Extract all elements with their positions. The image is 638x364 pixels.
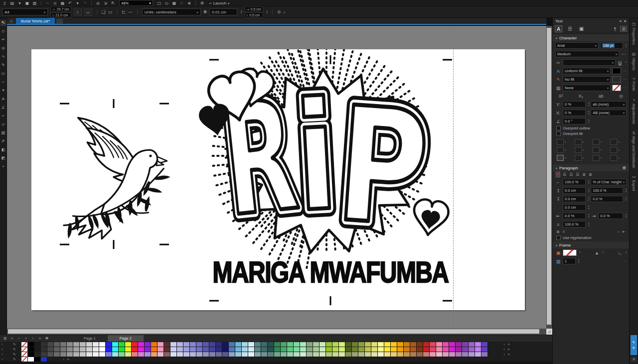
color-swatch[interactable]	[255, 342, 261, 347]
color-swatch[interactable]	[222, 352, 229, 357]
numbered-list-button[interactable]: ≡	[563, 230, 565, 234]
overprint-outline-checkbox[interactable]: Overprint outline	[553, 125, 629, 131]
no-color-swatch[interactable]	[21, 352, 28, 357]
polygon-tool[interactable]: ✶	[0, 88, 6, 94]
color-swatch[interactable]	[190, 352, 196, 357]
fullscreen-icon[interactable]: ▢	[156, 0, 162, 6]
y-shift-field[interactable]: 0 %	[563, 101, 586, 108]
color-swatch[interactable]	[469, 352, 475, 357]
paragraph-settings-gear-icon[interactable]: ⚙	[623, 166, 626, 170]
page-height-field[interactable]: ▯21.0 cm	[50, 12, 71, 18]
fill-options-icon[interactable]: ⋯	[623, 69, 627, 73]
color-swatch[interactable]	[300, 352, 307, 357]
docker-close-icon[interactable]: ✕	[624, 19, 627, 23]
color-swatch[interactable]	[475, 342, 481, 347]
color-swatch[interactable]	[475, 352, 481, 357]
page-settings-icon[interactable]: ≣	[3, 336, 7, 341]
spacing-unit-select[interactable]: % of Char. height ▾	[591, 179, 627, 185]
color-swatch[interactable]	[47, 342, 54, 347]
position-style-select[interactable]: AB (none) ▾	[591, 110, 627, 116]
color-swatch[interactable]	[332, 342, 339, 347]
color-swatch[interactable]	[28, 342, 34, 347]
color-swatch[interactable]	[41, 342, 47, 347]
color-swatch[interactable]	[274, 352, 281, 357]
color-swatch[interactable]	[417, 342, 423, 347]
hyphenation-checkbox[interactable]: Use Hyphenation	[553, 235, 629, 241]
color-swatch[interactable]	[449, 352, 456, 357]
color-swatch[interactable]	[28, 352, 34, 357]
side-tab-fonts[interactable]: FFonts	[632, 78, 636, 91]
char-spacing-stepper[interactable]: ▴▾	[626, 188, 627, 193]
page-size-select[interactable]: A4 ▾	[2, 8, 48, 15]
color-swatch[interactable]	[125, 347, 132, 352]
color-swatch[interactable]	[345, 352, 352, 357]
fillet-chamfer-button[interactable]: ⌐	[283, 9, 286, 14]
underline-button[interactable]: U	[617, 60, 623, 65]
color-swatch[interactable]	[183, 352, 190, 357]
superscript-icon[interactable]: X²	[558, 94, 564, 99]
color-swatch[interactable]	[73, 342, 80, 347]
character-tab[interactable]: A	[555, 25, 562, 32]
color-swatch[interactable]	[319, 342, 326, 347]
color-swatch[interactable]	[216, 342, 222, 347]
frame-baseline-dropdown[interactable]: ▾	[626, 251, 627, 254]
columns-stepper[interactable]: ▴▾	[578, 259, 579, 263]
palette-eyedropper-icon[interactable]: ✎	[11, 348, 17, 352]
align-full-button[interactable]: ≣	[582, 172, 586, 177]
color-swatch[interactable]	[352, 347, 358, 352]
show-grid-icon[interactable]: ▦	[171, 0, 177, 6]
color-swatch[interactable]	[384, 342, 391, 347]
color-swatch[interactable]	[34, 342, 41, 347]
drop-cap-button[interactable]: ▪	[618, 230, 619, 234]
color-swatch[interactable]	[209, 347, 216, 352]
line-spacing-stepper[interactable]: ▴▾	[588, 180, 589, 184]
zoom-level-combo[interactable]: 48% ▾	[119, 0, 153, 6]
palette-eyedropper-icon[interactable]: ✎	[11, 353, 17, 357]
underline-dropdown[interactable]: ▾	[626, 61, 627, 64]
color-swatch[interactable]	[151, 342, 158, 347]
kerning-select[interactable]: ▾	[563, 59, 616, 66]
color-swatch[interactable]	[319, 347, 326, 352]
color-swatch[interactable]	[80, 342, 86, 347]
color-swatch[interactable]	[352, 352, 358, 357]
color-swatch[interactable]	[119, 352, 125, 357]
color-swatch[interactable]	[209, 342, 216, 347]
color-swatch[interactable]	[313, 352, 319, 357]
duplicate-stepper[interactable]: ▴▾	[267, 10, 268, 14]
color-swatch[interactable]	[481, 347, 488, 352]
color-swatch[interactable]	[313, 347, 319, 352]
parallel-dimension-tool[interactable]: ∠	[0, 105, 6, 111]
frame-fill-stepper[interactable]: ▾	[579, 251, 580, 254]
color-swatch[interactable]	[54, 352, 60, 357]
x-shift-stepper[interactable]: ▴▾	[588, 111, 589, 115]
y-shift-stepper[interactable]: ▴▾	[588, 102, 589, 107]
color-swatch[interactable]	[404, 342, 410, 347]
color-swatch[interactable]	[164, 352, 170, 357]
color-swatch[interactable]	[47, 352, 54, 357]
new-document-tab-button[interactable]	[56, 19, 63, 24]
color-swatch[interactable]	[86, 352, 93, 357]
color-swatch[interactable]	[177, 342, 183, 347]
side-tab-adjustments[interactable]: ◑Adjustments	[632, 98, 636, 124]
color-swatch[interactable]	[255, 347, 261, 352]
language-spacing-stepper[interactable]: ▴▾	[588, 222, 589, 227]
new-document-icon[interactable]: ▯	[1, 0, 8, 6]
color-swatch[interactable]	[151, 352, 158, 357]
next-page-icon[interactable]: ›	[31, 336, 35, 341]
color-swatch[interactable]	[242, 342, 248, 347]
color-swatch[interactable]	[132, 342, 138, 347]
background-options-icon[interactable]: ⋯	[623, 86, 627, 90]
shape-tool[interactable]: ◇	[0, 28, 6, 34]
color-swatch[interactable]	[132, 347, 138, 352]
color-swatch[interactable]	[443, 342, 449, 347]
color-swatch[interactable]	[481, 342, 488, 347]
color-swatch[interactable]	[469, 347, 475, 352]
connector-tool[interactable]: ⌐	[0, 113, 6, 119]
color-swatch[interactable]	[281, 352, 287, 357]
frame-tab[interactable]: ▣	[578, 25, 585, 32]
color-swatch[interactable]	[391, 352, 397, 357]
palette-quick-actions[interactable]: ✎✛	[631, 335, 637, 355]
color-swatch[interactable]	[54, 342, 60, 347]
palette-scroll-right-icon[interactable]: ›	[61, 357, 66, 362]
memorial-name-text[interactable]: MARIGA MWAFUMBA	[213, 255, 449, 289]
